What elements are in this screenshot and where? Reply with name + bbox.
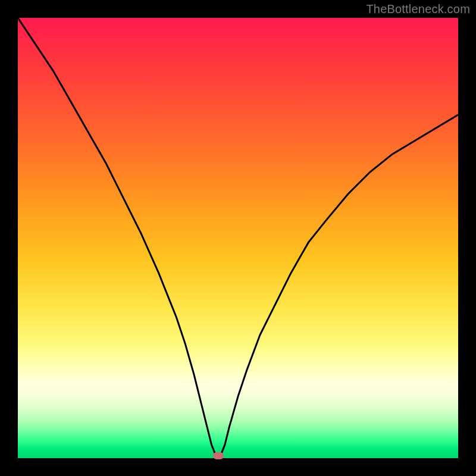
curve-svg	[18, 18, 458, 458]
optimum-marker	[213, 452, 224, 459]
bottleneck-curve	[18, 18, 458, 456]
plot-area	[18, 18, 458, 458]
watermark-text: TheBottleneck.com	[366, 2, 470, 16]
chart-frame: TheBottleneck.com	[0, 0, 476, 476]
